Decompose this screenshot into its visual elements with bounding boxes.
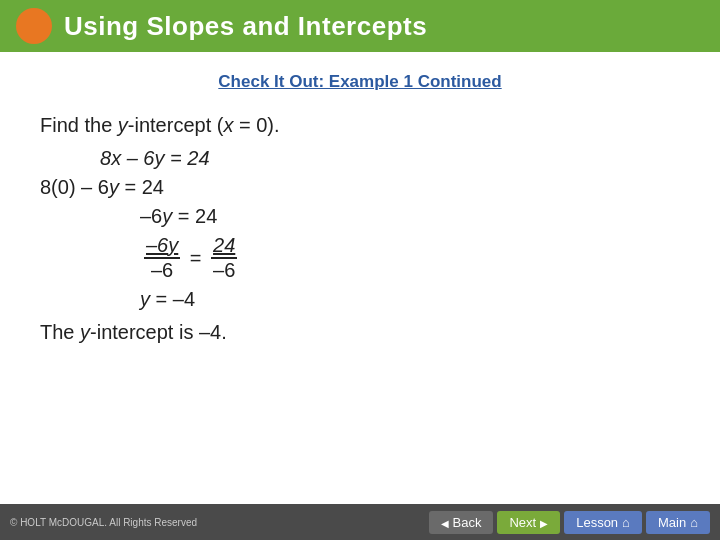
copyright-text: © HOLT McDOUGAL. All Rights Reserved (10, 517, 197, 528)
main-content: Check It Out: Example 1 Continued Find t… (0, 52, 720, 354)
variable-y: y (118, 114, 128, 136)
next-arrow-icon (540, 515, 548, 530)
back-arrow-icon (441, 515, 449, 530)
intro-text: Find the y-intercept (x = 0). (40, 114, 680, 137)
back-label: Back (453, 515, 482, 530)
step-1: 8x – 6y = 24 (100, 147, 680, 170)
step-4-fraction: –6y –6 = 24 –6 (140, 234, 680, 282)
next-button[interactable]: Next (497, 511, 560, 534)
header-title: Using Slopes and Intercepts (64, 11, 427, 42)
back-button[interactable]: Back (429, 511, 494, 534)
nav-buttons: Back Next Lesson Main (429, 511, 710, 534)
slide-subtitle: Check It Out: Example 1 Continued (40, 72, 680, 92)
rhs-fraction: 24 –6 (211, 234, 237, 282)
rhs-numerator: 24 (211, 234, 237, 259)
lhs-denominator: –6 (149, 259, 175, 282)
step-2: 8(0) – 6y = 24 (40, 176, 680, 199)
main-button[interactable]: Main (646, 511, 710, 534)
lesson-label: Lesson (576, 515, 618, 530)
rhs-denominator: –6 (211, 259, 237, 282)
step-3: –6y = 24 (140, 205, 680, 228)
conclusion-text: The y-intercept is –4. (40, 321, 680, 344)
lesson-home-icon (622, 515, 630, 530)
lhs-fraction: –6y –6 (144, 234, 180, 282)
variable-x: x (223, 114, 233, 136)
header-icon (16, 8, 52, 44)
main-label: Main (658, 515, 686, 530)
step-5: y = –4 (140, 288, 680, 311)
footer-bar: © HOLT McDOUGAL. All Rights Reserved Bac… (0, 504, 720, 540)
main-home-icon (690, 515, 698, 530)
equals-sign: = (184, 247, 207, 270)
next-label: Next (509, 515, 536, 530)
lhs-numerator: –6y (144, 234, 180, 259)
lesson-button[interactable]: Lesson (564, 511, 642, 534)
header-bar: Using Slopes and Intercepts (0, 0, 720, 52)
